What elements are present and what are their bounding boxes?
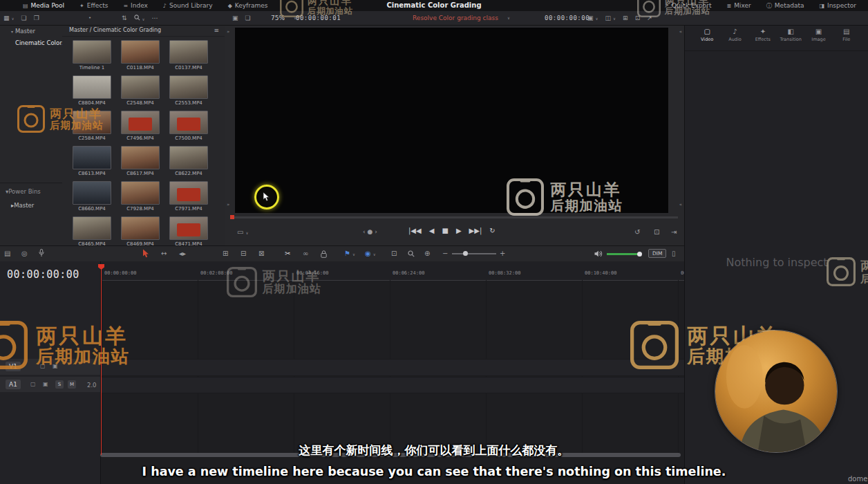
- media-clip[interactable]: C2584.MP4: [68, 111, 116, 141]
- timeline-ruler[interactable]: 00:00:00:0000:02:08:0000:04:16:0000:06:2…: [100, 261, 684, 281]
- clip-thumbnail[interactable]: [169, 181, 208, 205]
- expand-viewer-icon[interactable]: ↗: [647, 15, 652, 21]
- crop-options-icon[interactable]: ▭∨: [237, 228, 248, 236]
- tab-file[interactable]: ▤ File: [833, 28, 860, 48]
- detail-zoom-icon[interactable]: ⊕: [424, 250, 430, 257]
- inspector-toggle[interactable]: ◨ Inspector: [811, 2, 864, 9]
- dim-button[interactable]: DIM: [648, 249, 666, 258]
- clip-thumbnail[interactable]: [169, 216, 208, 240]
- media-clip[interactable]: Timeline 1: [68, 40, 116, 71]
- jog-control[interactable]: ‹ ● ›: [363, 228, 377, 235]
- timeline-extras-icon[interactable]: ▯: [672, 250, 676, 257]
- media-clip[interactable]: C7500.MP4: [164, 111, 213, 141]
- media-clip[interactable]: C8617.MP4: [116, 146, 164, 176]
- clip-thumbnail[interactable]: [121, 111, 160, 134]
- sound-library-toggle[interactable]: ♪ Sound Library: [155, 0, 220, 11]
- camera-select-icon[interactable]: ▣∨: [587, 15, 598, 21]
- media-clip[interactable]: C2553.MP4: [164, 75, 213, 106]
- step-back-button[interactable]: ◀: [429, 227, 435, 234]
- collapse-right-bottom-icon[interactable]: «: [679, 202, 682, 207]
- tab-transition[interactable]: ◧ Transition: [777, 28, 804, 48]
- sort-icon[interactable]: ⇅: [122, 15, 127, 21]
- media-clip[interactable]: C0137.MP4: [164, 40, 213, 71]
- media-clip[interactable]: C2548.MP4: [116, 75, 164, 106]
- clip-thumbnail[interactable]: [169, 146, 208, 169]
- timeline-view-options-icon[interactable]: ▤: [4, 250, 10, 257]
- clip-thumbnail[interactable]: [73, 40, 111, 64]
- clip-thumbnail[interactable]: [73, 146, 111, 169]
- viewer-playhead-marker[interactable]: [230, 215, 234, 219]
- clip-thumbnail[interactable]: [73, 111, 111, 134]
- media-clip[interactable]: C8613.MP4: [68, 146, 116, 176]
- clip-thumbnail[interactable]: [121, 216, 160, 240]
- clip-thumbnail[interactable]: [121, 75, 160, 99]
- video-track-lane[interactable]: [100, 359, 684, 376]
- source-viewer-icon[interactable]: ❏: [245, 15, 251, 21]
- audio-level-handle[interactable]: [637, 252, 642, 257]
- last-frame-button[interactable]: ▶▶|: [469, 227, 482, 234]
- bin-list-icon[interactable]: ≡: [214, 25, 219, 36]
- clip-thumbnail[interactable]: [169, 111, 208, 134]
- video-track-label[interactable]: V1: [6, 362, 21, 371]
- clip-thumbnail[interactable]: [73, 181, 111, 205]
- clip-thumbnail[interactable]: [169, 75, 208, 99]
- jump-to-end-icon[interactable]: ⇥: [671, 228, 677, 236]
- stop-button[interactable]: ■: [442, 227, 448, 234]
- clip-thumbnail[interactable]: [121, 146, 160, 169]
- media-clip[interactable]: C7496.MP4: [116, 111, 164, 141]
- first-frame-button[interactable]: |◀◀: [408, 227, 422, 234]
- expand-left-top-icon[interactable]: »: [227, 29, 229, 35]
- timeline-name-dropdown[interactable]: Resolve Color grading class∨: [413, 11, 510, 25]
- replace-clip-icon[interactable]: ⊠: [258, 250, 264, 257]
- cinema-mode-icon[interactable]: ⊡: [654, 228, 659, 236]
- bin-item-cinematic-color[interactable]: Cinematic Color...: [0, 37, 62, 48]
- media-clip[interactable]: C8622.MP4: [164, 146, 213, 176]
- overwrite-clip-icon[interactable]: ⊟: [240, 250, 246, 257]
- refresh-viewer-icon[interactable]: ↺: [634, 228, 640, 236]
- solo-button[interactable]: S: [55, 380, 64, 389]
- zoom-in-icon[interactable]: +: [500, 250, 505, 257]
- auto-select-icon[interactable]: ▣: [53, 363, 58, 369]
- keyframes-toggle[interactable]: ◆ Keyframes: [220, 0, 276, 11]
- position-lock-icon[interactable]: [321, 250, 327, 259]
- effects-toggle[interactable]: ✦ Effects: [72, 0, 115, 11]
- flag-icon[interactable]: ⚑∨: [344, 250, 355, 257]
- tab-audio[interactable]: ♪ Audio: [721, 28, 748, 48]
- timeline-playhead[interactable]: [101, 264, 102, 455]
- audio-track-label[interactable]: A1: [6, 380, 21, 389]
- zoom-to-fit-icon[interactable]: ⊡: [391, 250, 397, 257]
- safe-area-icon[interactable]: ⊡: [635, 15, 641, 21]
- track-lock-icon[interactable]: ▢: [40, 363, 46, 369]
- media-clip[interactable]: C0118.MP4: [116, 40, 164, 71]
- offline-reference-icon[interactable]: ▣: [232, 15, 238, 21]
- timeline-zoom-slider[interactable]: [452, 253, 496, 254]
- tab-effects[interactable]: ✦ Effects: [749, 28, 777, 48]
- bin-item-master[interactable]: ▾Master: [0, 25, 62, 37]
- marker-icon[interactable]: ◉∨: [365, 250, 376, 257]
- power-bins-header[interactable]: ▾Power Bins: [0, 185, 63, 197]
- video-track-header[interactable]: V1 ▢ ▣: [0, 359, 100, 375]
- index-toggle[interactable]: ≡ Index: [115, 0, 155, 11]
- track-visibility-icon[interactable]: ◎: [21, 250, 28, 257]
- media-clip[interactable]: C8471.MP4: [164, 216, 213, 245]
- clip-thumbnail[interactable]: [73, 216, 111, 240]
- loop-button[interactable]: ↻: [489, 227, 495, 234]
- list-view-icon[interactable]: ❐: [34, 15, 39, 21]
- linked-selection-icon[interactable]: ∞: [303, 250, 308, 257]
- clip-thumbnail[interactable]: [73, 75, 111, 99]
- media-clip[interactable]: C7928.MP4: [116, 181, 164, 212]
- zoom-out-icon[interactable]: −: [442, 250, 448, 257]
- search-icon[interactable]: ∨: [134, 15, 145, 22]
- mixer-toggle[interactable]: ≣ Mixer: [719, 2, 759, 9]
- insert-clip-icon[interactable]: ⊞: [223, 250, 228, 257]
- media-clip[interactable]: C8804.MP4: [68, 75, 116, 106]
- expand-left-bottom-icon[interactable]: »: [227, 202, 229, 207]
- clip-thumbnail[interactable]: [121, 40, 160, 64]
- media-clip[interactable]: C7971.MP4: [164, 181, 213, 212]
- viewer-scrub-bar[interactable]: [232, 216, 678, 218]
- audio-track-lane[interactable]: [100, 377, 684, 393]
- tab-image[interactable]: ▣ Image: [804, 28, 832, 48]
- breadcrumb[interactable]: Master / Cinematic Color Grading: [69, 27, 161, 33]
- viewer-zoom-select[interactable]: 75%∨: [271, 11, 296, 25]
- grid-overlay-icon[interactable]: ⊞: [623, 15, 628, 21]
